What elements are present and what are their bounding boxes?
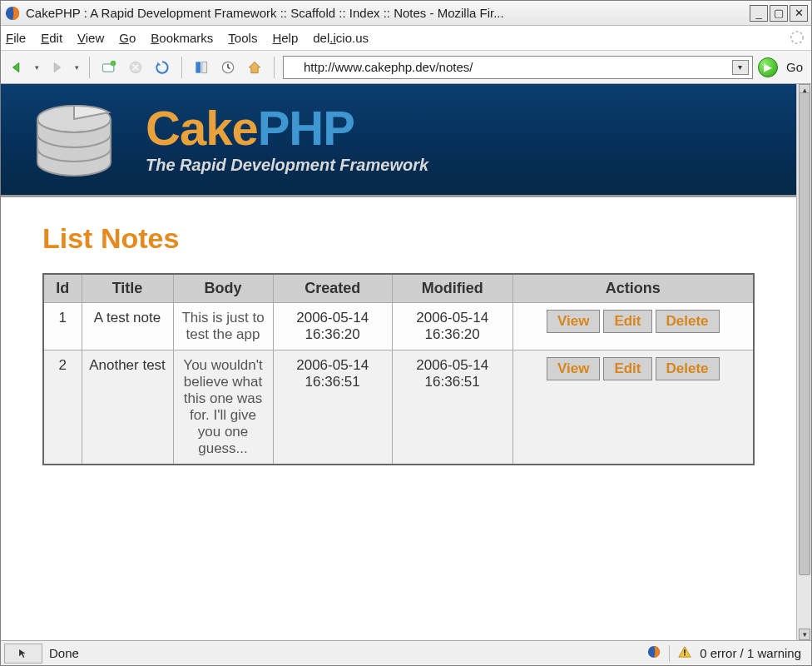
window-title: CakePHP : A Rapid Development Framework … (26, 6, 750, 20)
status-separator (669, 645, 670, 662)
home-button[interactable] (244, 57, 265, 78)
window-minimize-button[interactable]: _ (750, 5, 768, 22)
menu-file[interactable]: File (6, 31, 26, 45)
window-close-button[interactable]: ✕ (790, 5, 808, 22)
back-history-dropdown[interactable]: ▾ (32, 57, 41, 78)
body-cell: You wouldn't believe what this one was f… (173, 350, 273, 465)
actions-cell: ViewEditDelete (512, 303, 754, 350)
created-cell: 2006-05-14 16:36:51 (273, 350, 392, 465)
menu-bookmarks[interactable]: Bookmarks (151, 31, 213, 45)
table-row: 1A test noteThis is just to test the app… (43, 303, 754, 350)
modified-cell: 2006-05-14 16:36:51 (392, 350, 512, 465)
brand-tagline: The Rapid Development Framework (146, 156, 428, 175)
svg-rect-10 (684, 649, 686, 653)
reload-button[interactable] (151, 57, 173, 78)
view-button[interactable]: View (547, 310, 600, 333)
column-header[interactable]: Title (82, 274, 173, 303)
menu-bar: File Edit View Go Bookmarks Tools Help d… (1, 26, 811, 51)
brand-php: PHP (258, 101, 354, 155)
forward-history-dropdown[interactable]: ▾ (72, 57, 81, 78)
url-text: http://www.cakephp.dev/notes/ (304, 60, 473, 74)
url-dropdown-button[interactable]: ▾ (732, 60, 749, 75)
column-header[interactable]: Created (273, 274, 392, 303)
actions-cell: ViewEditDelete (512, 350, 754, 465)
menu-go[interactable]: Go (119, 31, 136, 45)
back-button[interactable] (6, 57, 27, 78)
menu-help[interactable]: Help (272, 31, 298, 45)
go-button[interactable]: ▶ (758, 57, 778, 77)
site-header: CakePHP The Rapid Development Framework (1, 84, 796, 197)
column-header[interactable]: Modified (392, 274, 512, 303)
svg-point-3 (111, 60, 116, 66)
brand-cake: Cake (146, 101, 258, 155)
scroll-thumb[interactable] (799, 92, 810, 575)
brand-title: CakePHP (146, 104, 428, 152)
title-cell: A test note (82, 303, 173, 350)
notes-table: IdTitleBodyCreatedModifiedActions 1A tes… (42, 273, 755, 465)
body-cell: This is just to test the app (173, 303, 273, 350)
vertical-scrollbar[interactable]: ▴ ▾ (796, 84, 811, 640)
window-maximize-button[interactable]: ▢ (770, 5, 788, 22)
sidebar-bookmarks-button[interactable] (191, 57, 212, 78)
status-bar: Done 0 error / 1 warning (1, 640, 811, 665)
selector-tool-icon[interactable] (4, 644, 42, 664)
table-row: 2Another testYou wouldn't believe what t… (43, 350, 754, 465)
edit-button[interactable]: Edit (603, 357, 651, 380)
svg-rect-5 (196, 62, 201, 72)
forward-button[interactable] (46, 57, 67, 78)
created-cell: 2006-05-14 16:36:20 (273, 303, 392, 350)
scroll-down-arrow-icon[interactable]: ▾ (799, 629, 810, 640)
menu-view[interactable]: View (77, 31, 104, 45)
svg-rect-11 (684, 654, 686, 656)
go-label: Go (786, 60, 803, 74)
warning-icon (678, 645, 691, 661)
toolbar-separator (89, 57, 90, 78)
title-cell: Another test (82, 350, 173, 465)
firefox-status-icon (647, 645, 661, 661)
history-button[interactable] (217, 57, 239, 78)
toolbar-separator (181, 57, 182, 78)
cakephp-logo-icon (26, 94, 126, 186)
column-header[interactable]: Body (173, 274, 273, 303)
svg-point-1 (791, 31, 803, 42)
svg-rect-6 (202, 62, 207, 72)
delete-button[interactable]: Delete (656, 357, 720, 380)
menu-edit[interactable]: Edit (41, 31, 62, 45)
firefox-app-icon (4, 5, 21, 22)
column-header[interactable]: Id (43, 274, 82, 303)
navigation-toolbar: ▾ ▾ http://www.cakephp.dev/notes/ ▾ ▶ Go (1, 51, 811, 84)
window-titlebar: CakePHP : A Rapid Development Framework … (1, 1, 811, 26)
modified-cell: 2006-05-14 16:36:20 (392, 303, 512, 350)
throbber-icon (790, 30, 806, 47)
page-title: List Notes (42, 222, 755, 255)
status-message: Done (49, 646, 647, 660)
toolbar-separator (274, 57, 275, 78)
delete-button[interactable]: Delete (656, 310, 720, 333)
new-tab-button[interactable] (98, 57, 120, 78)
url-bar[interactable]: http://www.cakephp.dev/notes/ ▾ (283, 56, 753, 79)
edit-button[interactable]: Edit (603, 310, 651, 333)
stop-button[interactable] (125, 57, 146, 78)
id-cell: 1 (43, 303, 82, 350)
page-body: List Notes IdTitleBodyCreatedModifiedAct… (1, 197, 796, 490)
id-cell: 2 (43, 350, 82, 465)
view-button[interactable]: View (547, 357, 600, 380)
menu-tools[interactable]: Tools (228, 31, 257, 45)
column-header[interactable]: Actions (512, 274, 754, 303)
menu-delicious[interactable]: del.icio.us (313, 31, 369, 45)
error-count[interactable]: 0 error / 1 warning (700, 646, 801, 660)
content-area: CakePHP The Rapid Development Framework … (1, 84, 811, 640)
